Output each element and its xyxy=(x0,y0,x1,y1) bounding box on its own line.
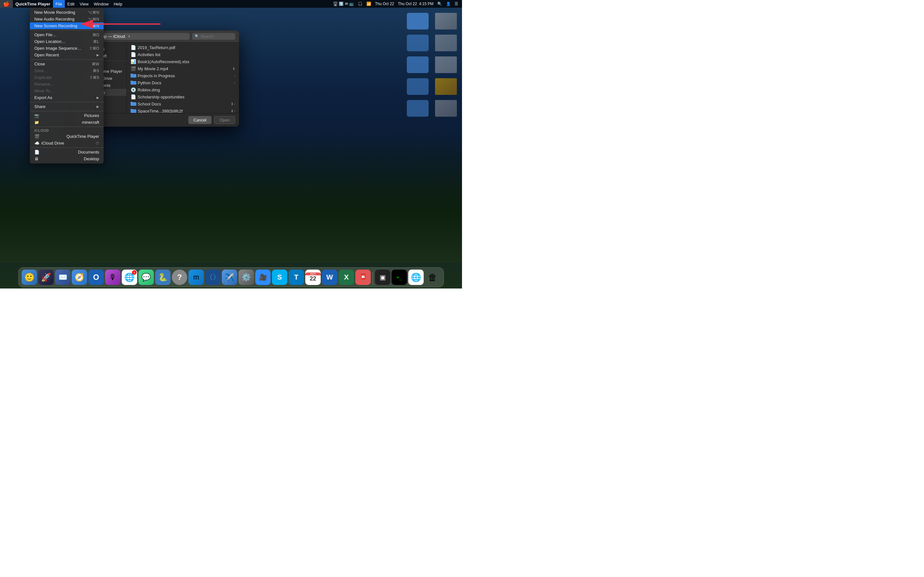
menu-export-as[interactable]: Export As ▶ xyxy=(30,94,103,101)
file-menu-trigger[interactable]: File xyxy=(53,0,65,8)
menu-rename: Rename… xyxy=(30,81,103,87)
download-indicator-school: ⬇ › xyxy=(231,102,235,106)
menubar-control-strip: 🖥️ ⬆️ ✉ 📺 xyxy=(332,0,355,8)
dock-calendar[interactable]: OCT 22 xyxy=(305,269,321,285)
desktop-icon-file4[interactable] xyxy=(433,97,459,117)
dock-skype[interactable]: S xyxy=(272,269,288,285)
window-menu-trigger[interactable]: Window xyxy=(91,0,111,8)
dmg-icon: 💿 xyxy=(131,87,136,92)
dock-chrome2[interactable]: 🌐 xyxy=(409,269,424,285)
apple-menu[interactable]: 🍎 xyxy=(0,0,13,8)
menu-duplicate: Duplicate ⇧⌘S xyxy=(30,74,103,81)
dock-mail-letter[interactable]: ✉️ xyxy=(55,269,71,285)
xlsx-icon: 📊 xyxy=(131,59,136,64)
cancel-button[interactable]: Cancel xyxy=(188,116,212,124)
menu-separator-1 xyxy=(30,30,103,31)
menubar-wifi: 📶 xyxy=(365,0,373,8)
dock-finder[interactable]: 🙂 xyxy=(22,269,37,285)
menu-open-file[interactable]: Open File… ⌘O xyxy=(30,31,103,38)
file-item-activities[interactable]: 📄 Activities list xyxy=(127,51,239,58)
menu-icloud-drive[interactable]: ☁️ iCloud Drive ⏱ xyxy=(30,140,103,147)
menubar-datetime: Thu Oct 22 4:15 PM xyxy=(397,0,435,8)
dock-vectorize[interactable]: ▣ xyxy=(375,269,391,285)
dock-trash[interactable]: 🗑 xyxy=(425,269,441,285)
file-name-scholarship: Scholarship opportunities xyxy=(137,95,184,99)
menu-separator-6 xyxy=(30,147,103,148)
menubar-search[interactable]: 🔍 xyxy=(436,0,443,8)
menu-icloud-documents[interactable]: 📄 Documents xyxy=(30,149,103,155)
file-item-python[interactable]: Python Docs › xyxy=(127,79,239,86)
dock-safari[interactable]: 🧭 xyxy=(72,269,87,285)
dock-outlook[interactable]: O xyxy=(89,269,104,285)
menu-new-screen-recording[interactable]: New Screen Recording ^⌘N xyxy=(30,23,103,29)
dock-zoom[interactable]: 🎥 xyxy=(255,269,271,285)
dock-mimestream[interactable]: m xyxy=(189,269,204,285)
dock: 🙂 🚀 ✉️ 🧭 O 🎙 🌐 1 💬 🐍 ? m xyxy=(18,268,444,287)
menu-icloud-quicktime[interactable]: 🎬 QuickTime Player xyxy=(30,133,103,140)
dock-chrome[interactable]: 🌐 1 xyxy=(122,269,137,285)
dock-testflight[interactable]: ✈️ xyxy=(222,269,237,285)
dock-messages[interactable]: 💬 xyxy=(139,269,154,285)
dock-system-prefs[interactable]: ⚙️ xyxy=(239,269,254,285)
file-item-taxreturn[interactable]: 📄 2019_TaxReturn.pdf xyxy=(127,44,239,51)
dock-vscode[interactable]: 〈〉 xyxy=(205,269,221,285)
file-item-school[interactable]: School Docs ⬇ › xyxy=(127,100,239,107)
open-button[interactable]: Open xyxy=(214,116,235,124)
menu-move-to: Move To… xyxy=(30,87,103,94)
view-menu-trigger[interactable]: View xyxy=(77,0,91,8)
desktop-icon-folder3[interactable] xyxy=(405,54,431,73)
menubar: 🍎 QuickTime Player File Edit View Window… xyxy=(0,0,462,8)
edit-menu-trigger[interactable]: Edit xyxy=(65,0,77,8)
desktop-icon-folder2[interactable] xyxy=(405,32,431,51)
folder-icon-school xyxy=(131,101,136,106)
menu-icloud-desktop[interactable]: 🖥 Desktop xyxy=(30,155,103,162)
desktop-icon-file2[interactable] xyxy=(433,32,459,51)
menu-favorites-pictures[interactable]: 📷 Pictures xyxy=(30,112,103,119)
file-name-book1: Book1(AutoRecovered).xlsx xyxy=(137,59,189,64)
dialog-search-box[interactable]: 🔍 xyxy=(192,33,235,40)
dock-trello[interactable]: T xyxy=(289,269,304,285)
menu-new-movie-recording[interactable]: New Movie Recording ⌥⌘N xyxy=(30,9,103,16)
file-item-scholarship[interactable]: 📄 Scholarship opportunities xyxy=(127,93,239,100)
desktop-icon-file3[interactable] xyxy=(433,54,459,73)
file-item-spacetime[interactable]: SpaceTime...3992b9fc2f ⬇ › xyxy=(127,107,239,113)
dock-python[interactable]: 🐍 xyxy=(155,269,171,285)
menu-close[interactable]: Close ⌘W xyxy=(30,61,103,67)
file-name-spacetime: SpaceTime...3992b9fc2f xyxy=(137,109,183,113)
desktop-icon-excel[interactable] xyxy=(433,76,459,95)
dock-launchpad[interactable]: 🚀 xyxy=(39,269,54,285)
file-item-mymovie[interactable]: 🎬 My Movie 2.mp4 ⬇ xyxy=(127,65,239,72)
file-name-school: School Docs xyxy=(137,102,161,106)
dock-help[interactable]: ? xyxy=(172,269,187,285)
file-item-projects[interactable]: Projects in Progress › xyxy=(127,72,239,79)
desktop-icons xyxy=(405,13,459,117)
dock-podcasts[interactable]: 🎙 xyxy=(105,269,121,285)
menu-open-recent[interactable]: Open Recent ▶ xyxy=(30,52,103,58)
file-item-book1[interactable]: 📊 Book1(AutoRecovered).xlsx xyxy=(127,58,239,65)
menu-open-location[interactable]: Open Location… ⌘L xyxy=(30,38,103,45)
icloud-section-label: iCloud xyxy=(30,128,103,133)
dock-terminal[interactable]: >_ xyxy=(392,269,407,285)
dock-excel[interactable]: X xyxy=(339,269,354,285)
menu-open-image-sequence[interactable]: Open Image Sequence… ⇧⌘O xyxy=(30,45,103,52)
menu-new-audio-recording[interactable]: New Audio Recording ⌥⌘N xyxy=(30,16,103,23)
desktop-icon-folder5[interactable] xyxy=(405,97,431,117)
menu-favorites-minecraft[interactable]: 📁 minecraft xyxy=(30,119,103,126)
folder-arrow-spacetime: › xyxy=(234,109,235,113)
menu-share[interactable]: Share ▶ xyxy=(30,103,103,110)
menubar-user[interactable]: 👤 xyxy=(445,0,452,8)
download-indicator-spacetime: ⬇ › xyxy=(231,109,235,113)
mp4-icon: 🎬 xyxy=(131,66,136,71)
desktop-icon-file1[interactable] xyxy=(433,13,459,29)
dialog-search-input[interactable] xyxy=(200,34,233,39)
desktop-icon-folder1[interactable] xyxy=(405,13,431,29)
file-name-activities: Activities list xyxy=(137,52,160,57)
help-menu-trigger[interactable]: Help xyxy=(111,0,125,8)
menubar-notif[interactable]: ☰ xyxy=(453,0,459,8)
app-name[interactable]: QuickTime Player xyxy=(13,0,53,8)
file-item-roblox[interactable]: 💿 Roblox.dmg xyxy=(127,86,239,93)
doc-icon-activities: 📄 xyxy=(131,52,136,57)
desktop-icon-folder4[interactable] xyxy=(405,76,431,95)
dock-canister[interactable]: 📮 xyxy=(355,269,371,285)
dock-word[interactable]: W xyxy=(322,269,338,285)
